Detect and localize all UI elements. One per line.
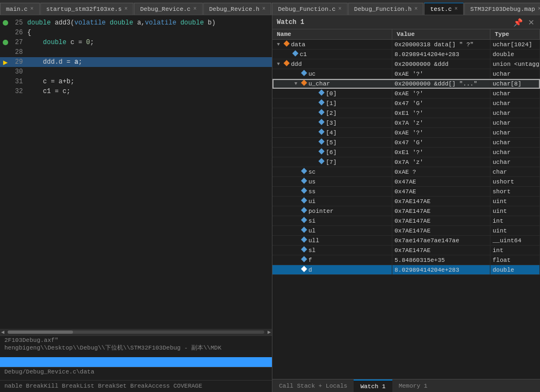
close-icon[interactable]: × (414, 6, 417, 12)
breakpoint-25[interactable] (0, 20, 11, 26)
value-cell-ui: 0x7AE147AE (392, 197, 490, 206)
close-icon[interactable]: × (193, 6, 197, 12)
table-row-idx0[interactable]: [0] 0xAE '?' uchar (272, 89, 540, 99)
table-row-idx7[interactable]: [7] 0x7A 'z' uchar (272, 157, 540, 167)
table-row-si[interactable]: si 0x7AE147AE int (272, 216, 540, 226)
value-cell-pointer: 0x7AE147AE (392, 206, 490, 216)
name-cell-us: us (272, 177, 392, 186)
table-row-ul[interactable]: ul 0x7AE147AE uint (272, 226, 540, 236)
name-cell-idx1: [1] (272, 99, 392, 108)
expand-icon-ui (292, 198, 300, 205)
code-lines: 25 double add3(volatile double a,volatil… (0, 15, 272, 96)
tab-debug-revice-c[interactable]: Debug_Revice.c × (134, 3, 202, 15)
var-icon-idx6 (318, 148, 325, 156)
type-cell-sl: int (490, 246, 540, 255)
type-cell-ull: __uint64 (490, 236, 540, 245)
table-row-ull[interactable]: ull 0x7ae147ae7ae147ae __uint64 (272, 236, 540, 246)
tab-watch-1-label: Watch 1 (360, 383, 385, 390)
app-container: main.c × startup_stm32f103xe.s × Debug_R… (0, 0, 540, 392)
value-cell-ull: 0x7ae147ae7ae147ae (392, 236, 490, 245)
name-cell-si: si (272, 216, 392, 225)
table-row-idx4[interactable]: [4] 0xAE '?' uchar (272, 128, 540, 138)
name-cell-idx0: [0] (272, 89, 392, 98)
table-row-ss[interactable]: ss 0x47AE short (272, 187, 540, 197)
tab-debug-function-c[interactable]: Debug_Function.c × (272, 3, 348, 15)
tab-main-c[interactable]: main.c × (0, 3, 40, 15)
var-icon-idx7 (318, 158, 325, 166)
close-icon[interactable]: × (338, 6, 342, 12)
close-icon[interactable]: × (454, 6, 458, 12)
tab-call-stack[interactable]: Call Stack + Locals (272, 379, 354, 392)
var-icon-si (301, 217, 307, 225)
code-horiz-scroll[interactable]: ◀ ▶ (0, 329, 272, 335)
close-icon[interactable]: × (538, 6, 540, 12)
table-row-data[interactable]: data 0x20000318 data[] " ?" uchar[1024] (272, 40, 540, 50)
value-cell-d: 8.02989414204e+283 (392, 265, 490, 274)
table-row-u-char[interactable]: u_char 0x20000000 &ddd[] "..." uchar[8] (272, 79, 540, 89)
line-number-26: 26 (11, 29, 27, 36)
var-icon-sl (301, 246, 307, 254)
code-panel: 25 double add3(volatile double a,volatil… (0, 15, 272, 392)
breakpoint-dot (3, 40, 8, 45)
table-row-idx5[interactable]: [5] 0x47 'G' uchar (272, 138, 540, 148)
var-name-idx0: [0] (326, 90, 337, 97)
tab-debug-function-h[interactable]: Debug_Function.h × (348, 3, 424, 15)
table-row-f[interactable]: f 5.84860315e+35 float (272, 255, 540, 265)
code-line-31: 31 c = a+b; (0, 77, 272, 87)
var-name-si: si (308, 218, 315, 224)
code-area[interactable]: 25 double add3(volatile double a,volatil… (0, 15, 272, 329)
value-cell-idx7: 0x7A 'z' (392, 157, 490, 167)
type-cell-data: uchar[1024] (490, 40, 540, 49)
var-name-ddd: ddd (291, 61, 302, 68)
tab-memory-1[interactable]: Memory 1 (392, 379, 434, 392)
table-row-idx2[interactable]: [2] 0xE1 '?' uchar (272, 108, 540, 118)
table-row-d[interactable]: d 8.02989414204e+283 double (272, 265, 540, 275)
line-content-32: c1 = c; (27, 88, 272, 95)
tab-label: test.c (430, 6, 452, 13)
bottom-tabs: Call Stack + Locals Watch 1 Memory 1 (272, 379, 540, 392)
table-row-uc[interactable]: uc 0xAE '?' uchar (272, 69, 540, 79)
table-row-sc[interactable]: sc 0xAE ? char (272, 167, 540, 177)
table-row-idx1[interactable]: [1] 0x47 'G' uchar (272, 99, 540, 108)
breakpoint-27[interactable] (0, 40, 11, 45)
line-content-25: double add3(volatile double a,volatile d… (27, 19, 272, 27)
expand-icon-d (292, 266, 300, 274)
watch-table-body[interactable]: data 0x20000318 data[] " ?" uchar[1024] … (272, 40, 540, 379)
name-cell-ss: ss (272, 187, 392, 196)
table-row-sl[interactable]: sl 0x7AE147AE int (272, 246, 540, 255)
tab-watch-1[interactable]: Watch 1 (354, 379, 392, 392)
tab-map[interactable]: STM32F103Debug.map × (464, 3, 540, 15)
type-cell-ddd: union <untagged> (490, 59, 540, 69)
tab-test-c[interactable]: test.c × (424, 3, 464, 15)
close-icon[interactable]: × (31, 6, 34, 12)
var-name-ul: ul (308, 228, 315, 234)
table-row-ui[interactable]: ui 0x7AE147AE uint (272, 197, 540, 206)
value-cell-idx1: 0x47 'G' (392, 99, 490, 108)
table-row-idx3[interactable]: [3] 0x7A 'z' uchar (272, 118, 540, 128)
scroll-thumb[interactable] (8, 330, 73, 334)
table-row-us[interactable]: us 0x47AE ushort (272, 177, 540, 187)
close-icon[interactable]: × (262, 6, 265, 12)
name-cell-pointer: pointer (272, 206, 392, 216)
close-button[interactable]: ✕ (527, 18, 536, 27)
scroll-track[interactable] (8, 330, 264, 334)
col-name: Name (272, 29, 392, 39)
table-row-c1[interactable]: c1 8.02989414204e+283 double (272, 50, 540, 59)
expand-icon-ddd[interactable] (275, 60, 282, 68)
var-icon-idx5 (318, 138, 325, 146)
col-type: Type (490, 29, 540, 39)
close-icon[interactable]: × (124, 6, 128, 12)
name-cell-u-char: u_char (272, 79, 392, 88)
table-row-ddd[interactable]: ddd 0x20000000 &ddd union <untagged> (272, 59, 540, 69)
table-row-pointer[interactable]: pointer 0x7AE147AE uint (272, 206, 540, 216)
code-line-29: ▶ 29 ddd.d = a; (0, 57, 272, 67)
pin-button[interactable]: 📌 (512, 18, 524, 27)
var-icon-uc (301, 70, 307, 78)
expand-icon-u-char[interactable] (292, 80, 300, 88)
expand-icon-data[interactable] (275, 41, 282, 48)
expand-icon-uc (292, 70, 300, 78)
var-icon-ull (301, 236, 307, 244)
tab-startup[interactable]: startup_stm32f103xe.s × (40, 3, 134, 15)
tab-debug-revice-h[interactable]: Debug_Revice.h × (203, 3, 271, 15)
table-row-idx6[interactable]: [6] 0xE1 '?' uchar (272, 148, 540, 157)
